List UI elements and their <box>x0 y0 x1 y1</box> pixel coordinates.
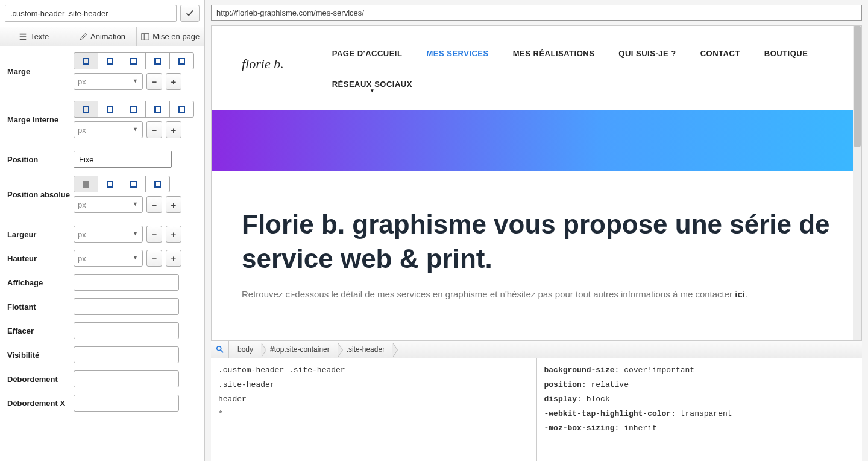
width-plus[interactable]: + <box>166 226 181 243</box>
padding-plus[interactable]: + <box>166 121 181 138</box>
preview-scrollbar[interactable] <box>853 26 861 340</box>
abs-plus[interactable]: + <box>166 196 181 213</box>
abs-minus[interactable]: − <box>146 196 162 213</box>
selector-input[interactable] <box>5 5 177 22</box>
margin-sides[interactable] <box>74 52 194 69</box>
clear-input[interactable] <box>74 322 179 339</box>
nav-services[interactable]: MES SERVICES <box>414 38 500 69</box>
svg-line-3 <box>220 350 222 352</box>
padding-minus[interactable]: − <box>146 121 162 138</box>
label-padding: Marge interne <box>7 115 74 124</box>
tab-texte[interactable]: Texte <box>0 27 68 46</box>
tab-animation[interactable]: Animation <box>68 27 136 46</box>
svg-point-2 <box>216 346 221 351</box>
site-nav: PAGE D'ACCUEIL MES SERVICES MES RÉALISAT… <box>320 38 831 104</box>
nav-social[interactable]: RÉSEAUX SOCIAUX <box>320 69 424 104</box>
label-position: Position <box>7 155 74 164</box>
label-height: Hauteur <box>7 254 74 263</box>
confirm-selector-button[interactable] <box>180 5 200 22</box>
hero-band <box>212 110 861 171</box>
nav-home[interactable]: PAGE D'ACCUEIL <box>320 38 415 69</box>
url-input[interactable] <box>211 5 862 21</box>
position-input[interactable] <box>74 151 172 168</box>
css-inspector: .custom-header .site-header .site-header… <box>211 358 862 461</box>
svg-rect-0 <box>142 33 149 40</box>
check-icon <box>186 9 194 17</box>
label-display: Affichage <box>7 278 74 287</box>
search-icon <box>216 345 224 354</box>
margin-minus[interactable]: − <box>146 73 162 90</box>
tab-layout[interactable]: Mise en page <box>137 27 204 46</box>
padding-sides[interactable] <box>74 101 194 118</box>
label-clear: Effacer <box>7 326 74 335</box>
overflow-x-input[interactable] <box>74 395 179 412</box>
nav-realisations[interactable]: MES RÉALISATIONS <box>501 38 607 69</box>
visibility-input[interactable] <box>74 346 179 363</box>
margin-plus[interactable]: + <box>166 73 181 90</box>
float-input[interactable] <box>74 298 179 315</box>
breadcrumb-item[interactable]: .site-header <box>338 341 393 358</box>
label-float: Flottant <box>7 302 74 311</box>
height-minus[interactable]: − <box>146 250 162 267</box>
hero-title: Florie b. graphisme vous propose une sér… <box>242 207 831 276</box>
nav-about[interactable]: QUI SUIS-JE ? <box>606 38 688 69</box>
abs-unit[interactable]: px <box>74 196 143 213</box>
abs-sides[interactable] <box>74 176 170 192</box>
tab-label: Mise en page <box>153 32 200 41</box>
breadcrumb-item[interactable]: body <box>229 341 262 358</box>
label-overflow: Débordement <box>7 375 74 384</box>
rule-list[interactable]: .custom-header .site-header .site-header… <box>211 358 537 461</box>
properties-panel: Texte Animation Mise en page Marge <box>0 0 205 461</box>
padding-unit[interactable]: px <box>74 121 143 138</box>
eyedropper-icon <box>79 33 87 41</box>
label-position-abs: Position absolue <box>7 190 74 199</box>
hero-link-ici[interactable]: ici <box>735 289 745 299</box>
width-minus[interactable]: − <box>146 226 162 243</box>
height-plus[interactable]: + <box>166 250 181 267</box>
declarations[interactable]: background-size: cover!important positio… <box>537 358 863 461</box>
layout-icon <box>141 33 149 41</box>
label-visibility: Visibilité <box>7 351 74 360</box>
preview-frame: florie b. PAGE D'ACCUEIL MES SERVICES ME… <box>211 25 862 340</box>
hamburger-icon <box>19 33 27 41</box>
height-unit[interactable]: px <box>74 250 143 267</box>
nav-boutique[interactable]: BOUTIQUE <box>752 38 820 69</box>
inspect-button[interactable] <box>211 341 229 358</box>
nav-contact[interactable]: CONTACT <box>688 38 752 69</box>
label-overflow-x: Débordement X <box>7 399 74 408</box>
site-logo: florie b. <box>242 56 284 72</box>
breadcrumb-item[interactable]: #top.site-container <box>262 341 338 358</box>
width-unit[interactable]: px <box>74 226 143 243</box>
hero-subtitle: Retrouvez ci-dessous le détail de mes se… <box>242 289 831 299</box>
tab-label: Animation <box>90 32 125 41</box>
dom-breadcrumb: body #top.site-container .site-header <box>211 340 862 358</box>
label-marge: Marge <box>7 67 74 76</box>
margin-unit[interactable]: px <box>74 73 143 90</box>
label-width: Largeur <box>7 230 74 239</box>
tab-label: Texte <box>30 32 49 41</box>
overflow-input[interactable] <box>74 370 179 387</box>
display-input[interactable] <box>74 274 179 291</box>
